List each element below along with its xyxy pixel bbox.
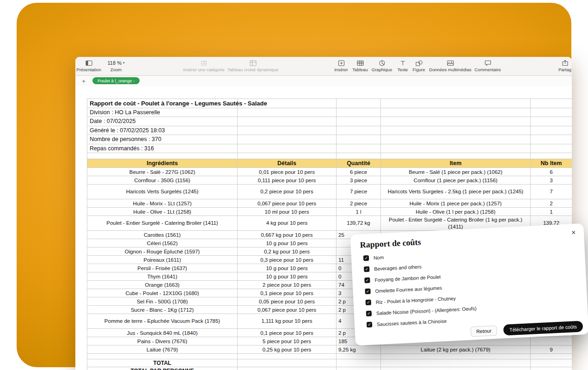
total-label-cell[interactable]: TOTAL PAR PERSONNE <box>87 367 238 370</box>
ingredient-cell[interactable]: Sel Fin - 500G (1708) <box>87 297 238 306</box>
details-cell[interactable]: 0,067 piece pour 10 pers <box>238 306 337 314</box>
back-button[interactable]: Retour <box>471 325 497 337</box>
ingredient-cell[interactable]: Orange (1663) <box>87 281 238 289</box>
checkbox[interactable]: ✓ <box>364 278 370 284</box>
sheet-tab[interactable]: Poulet à l_orange - <box>92 77 140 84</box>
ingredient-cell[interactable]: Beurre - Salé - 227G (1062) <box>87 168 238 176</box>
meta-cell[interactable]: Division : HO La Passerelle <box>87 108 238 117</box>
ingredient-cell[interactable]: Huile - Morix - 1Lt (1257) <box>87 199 238 208</box>
empty-cell[interactable] <box>531 99 572 108</box>
ingredient-cell[interactable]: Cube - Poulet - 12X10G (1680) <box>87 289 238 297</box>
details-cell[interactable]: 10 ml pour 10 pers <box>238 208 337 216</box>
empty-cell[interactable] <box>381 117 531 126</box>
details-cell[interactable]: 0,25 kg pour 10 pers <box>238 345 337 354</box>
empty-cell[interactable] <box>381 108 531 117</box>
details-cell[interactable]: 1,111 kg pour 10 pers <box>238 314 337 329</box>
details-cell[interactable]: 0,1 piece pour 10 pers <box>238 289 337 297</box>
item-cell[interactable]: Haricots Verts Surgeles - 2.5kg (1 piece… <box>381 185 531 199</box>
empty-cell[interactable] <box>238 367 337 370</box>
empty-cell[interactable] <box>381 354 531 359</box>
ingredient-cell[interactable]: Céleri (1562) <box>87 239 238 247</box>
quantity-cell[interactable]: 1 l <box>337 208 381 216</box>
item-cell[interactable]: Huile - Olive (1 l per pack.) (1258) <box>381 208 531 216</box>
empty-cell[interactable] <box>531 153 572 159</box>
checkbox[interactable]: ✓ <box>363 255 369 261</box>
quantity-cell[interactable]: 6 piece <box>337 168 381 176</box>
nbitem-cell[interactable]: 1 <box>531 208 572 216</box>
details-cell[interactable]: 10 g pour 10 pers <box>238 264 337 272</box>
column-header[interactable]: Détails <box>238 159 337 168</box>
empty-cell[interactable] <box>337 108 381 117</box>
ingredient-cell[interactable]: Cornflour - 350G (1156) <box>87 176 238 185</box>
empty-cell[interactable] <box>238 144 337 153</box>
empty-cell[interactable] <box>337 126 381 135</box>
details-cell[interactable]: 4 kg pour 10 pers <box>238 216 337 231</box>
details-cell[interactable]: 0,667 kg pour 10 pers <box>238 231 337 239</box>
ingredient-cell[interactable]: Laitue (7679) <box>87 345 238 354</box>
details-cell[interactable]: 0,3 piece pour 10 pers <box>238 256 337 264</box>
meta-cell[interactable]: Date : 07/02/2025 <box>87 117 238 126</box>
total-label-cell[interactable]: TOTAL <box>87 359 238 367</box>
details-cell[interactable]: 0,05 piece pour 10 pers <box>238 297 337 306</box>
ingredient-cell[interactable]: Huile - Olive - 1Lt (1258) <box>87 208 238 216</box>
empty-cell[interactable] <box>531 117 572 126</box>
checkbox[interactable]: ✓ <box>365 289 371 295</box>
meta-cell[interactable]: Repas commandés : 316 <box>87 144 238 153</box>
toolbar-item-share[interactable]: Partag <box>537 59 572 72</box>
ingredient-cell[interactable]: Poireaux (1611) <box>87 256 238 264</box>
empty-cell[interactable] <box>381 153 531 159</box>
nbitem-cell[interactable]: 7 <box>531 185 572 199</box>
empty-cell[interactable] <box>337 135 381 144</box>
ingredient-cell[interactable]: Jus - Sunquick 840 mL (1840) <box>87 329 238 337</box>
empty-cell[interactable] <box>381 144 531 153</box>
empty-cell[interactable] <box>238 153 337 159</box>
quantity-cell[interactable]: 3 piece <box>337 176 381 185</box>
close-icon[interactable]: ✕ <box>571 229 576 236</box>
empty-cell[interactable] <box>531 135 572 144</box>
nbitem-cell[interactable]: 9 <box>531 345 572 354</box>
details-cell[interactable]: 0,111 piece pour 10 pers <box>238 176 337 185</box>
empty-cell[interactable] <box>337 117 381 126</box>
empty-cell[interactable] <box>531 126 572 135</box>
ingredient-cell[interactable]: Haricots Verts Surgelés (1245) <box>87 185 238 199</box>
empty-cell[interactable] <box>87 354 238 359</box>
quantity-cell[interactable]: 2 piece <box>337 199 381 208</box>
ingredient-cell[interactable]: Sucre - Blanc - 1Kg (1712) <box>87 306 238 314</box>
details-cell[interactable]: 5 piece pour 10 pers <box>238 337 337 345</box>
report-title-cell[interactable]: Rapport de coût - Poulet à l'orange - Le… <box>87 99 238 108</box>
column-header[interactable]: Ingrédients <box>87 159 238 168</box>
checkbox[interactable]: ✓ <box>366 300 372 306</box>
toolbar-item-zoom[interactable]: 118 %▾Zoom <box>88 59 144 72</box>
empty-cell[interactable] <box>337 99 381 108</box>
meta-cell[interactable]: Nombre de personnes : 370 <box>87 135 238 144</box>
ingredient-cell[interactable]: Thym (1641) <box>87 272 238 281</box>
empty-cell[interactable] <box>238 117 337 126</box>
details-cell[interactable]: 0,067 piece pour 10 pers <box>238 199 337 208</box>
empty-cell[interactable] <box>381 99 531 108</box>
quantity-cell[interactable]: 7 piece <box>337 185 381 199</box>
empty-cell[interactable] <box>238 135 337 144</box>
empty-cell[interactable] <box>531 144 572 153</box>
empty-cell[interactable] <box>531 354 572 359</box>
empty-cell[interactable] <box>381 126 531 135</box>
details-cell[interactable]: 0,01 piece pour 10 pers <box>238 168 337 176</box>
nbitem-cell[interactable]: 3 <box>531 176 572 185</box>
item-cell[interactable]: Laitue (2 kg per pack.) (7679) <box>381 345 531 354</box>
details-cell[interactable]: 0,1 piece pour 10 pers <box>238 329 337 337</box>
empty-cell[interactable] <box>337 354 381 359</box>
column-header[interactable]: Item <box>381 159 531 168</box>
empty-cell[interactable] <box>381 359 531 367</box>
ingredient-cell[interactable]: Poulet - Entier Surgelé - Catering Broil… <box>87 216 238 231</box>
details-cell[interactable]: 10 g pour 10 pers <box>238 272 337 281</box>
item-cell[interactable]: Beurre - Salé (1 piece per pack.) (1062) <box>381 168 531 176</box>
details-cell[interactable]: 0,2 piece pour 10 pers <box>238 185 337 199</box>
nbitem-cell[interactable] <box>531 337 572 345</box>
checkbox[interactable]: ✓ <box>367 322 373 328</box>
ingredient-cell[interactable]: Persil - Frisée (1637) <box>87 264 238 272</box>
column-header[interactable]: Nb Item <box>531 159 572 168</box>
empty-cell[interactable] <box>531 108 572 117</box>
meta-cell[interactable]: Généré le : 07/02/2025 18:03 <box>87 126 238 135</box>
column-header[interactable]: Quantité <box>337 159 381 168</box>
ingredient-cell[interactable]: Carottes (1561) <box>87 231 238 239</box>
details-cell[interactable]: 10 g pour 10 pers <box>238 239 337 247</box>
